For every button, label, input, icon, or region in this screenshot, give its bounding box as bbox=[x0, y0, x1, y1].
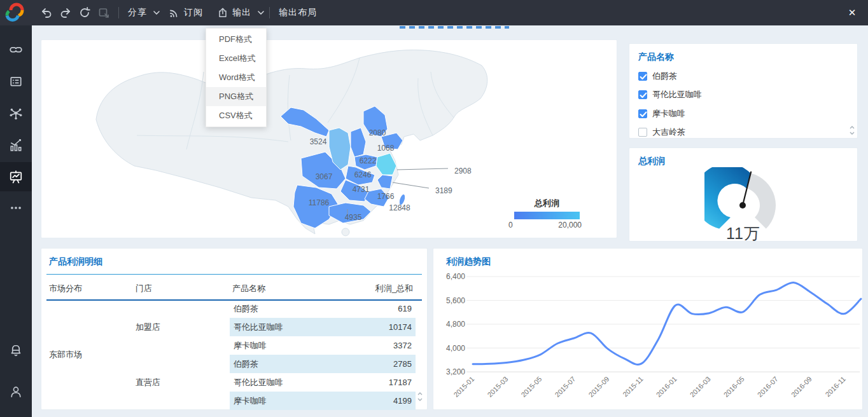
x-axis-tick-label: 2015-07 bbox=[554, 375, 577, 399]
region-value-label: 11786 bbox=[309, 198, 330, 207]
legend-max: 20,000 bbox=[558, 221, 582, 229]
y-axis-tick-label: 4,000 bbox=[446, 344, 465, 353]
cell-product: 伯爵茶 bbox=[234, 303, 258, 315]
x-axis-tick-label: 2016-09 bbox=[790, 375, 813, 399]
checkbox-unchecked-icon[interactable] bbox=[638, 128, 647, 137]
title-divider bbox=[46, 274, 422, 275]
output-layout-button[interactable]: 输出布局 bbox=[275, 0, 321, 25]
subscribe-button[interactable]: 订阅 bbox=[169, 0, 207, 25]
app-logo-icon bbox=[4, 2, 25, 24]
rss-icon bbox=[169, 7, 180, 18]
table-header-row: 市场分布 门店 产品名称 利润_总和 bbox=[41, 277, 427, 299]
sidebar-item-notifications[interactable] bbox=[0, 336, 32, 365]
filter-option-label: 大吉岭茶 bbox=[652, 126, 685, 138]
region-value-label: 4731 bbox=[353, 185, 370, 194]
export-menu-item[interactable]: Excel格式 bbox=[206, 49, 266, 68]
table-body: 东部市场 加盟店直营店伯爵茶619哥伦比亚咖啡10174摩卡咖啡3372伯爵茶2… bbox=[41, 299, 427, 409]
region-value-label: 3524 bbox=[310, 137, 327, 146]
legend-min: 0 bbox=[508, 221, 513, 229]
x-axis-tick-label: 2016-07 bbox=[756, 375, 780, 399]
user-icon bbox=[9, 385, 23, 399]
y-axis-tick-label: 5,600 bbox=[446, 296, 465, 305]
export-dropdown-menu: PDF格式Excel格式Word格式PNG格式CSV格式 bbox=[206, 28, 267, 127]
map-panel: 3524208010686222624630674731176611786493… bbox=[41, 39, 617, 238]
sidebar-item-etl[interactable] bbox=[0, 99, 32, 128]
y-axis-tick-label: 6,400 bbox=[446, 272, 465, 281]
sidebar-item-account[interactable] bbox=[0, 377, 32, 406]
export-button[interactable]: 输出 bbox=[217, 0, 264, 25]
col-header-store: 门店 bbox=[136, 283, 152, 294]
sidebar-item-datasource[interactable] bbox=[0, 35, 32, 64]
sidebar-item-analysis[interactable] bbox=[0, 130, 32, 160]
filter-option[interactable]: 大吉岭茶 bbox=[638, 123, 838, 142]
refresh-button[interactable] bbox=[75, 0, 94, 25]
col-header-profit: 利润_总和 bbox=[375, 283, 413, 294]
table-row[interactable]: 伯爵茶619 bbox=[230, 299, 416, 318]
top-toolbar: 分享 订阅 输出 输出布局 ✕ bbox=[0, 0, 868, 25]
callout-value-label: 3189 bbox=[435, 186, 452, 195]
chart-check-icon bbox=[9, 138, 23, 152]
scroll-indicator-icon[interactable] bbox=[417, 392, 423, 402]
dashboard-stage: 分享 订阅 输出 输出布局 ✕ PDF格式Excel格式Word格式PNG格式C… bbox=[0, 0, 868, 417]
filter-list: 伯爵茶哥伦比亚咖啡摩卡咖啡大吉岭茶 bbox=[638, 67, 838, 142]
y-axis-tick-label: 3,200 bbox=[446, 367, 465, 376]
store-group-cell: 直营店 bbox=[136, 355, 212, 410]
col-header-market: 市场分布 bbox=[49, 283, 82, 294]
cell-profit: 4199 bbox=[393, 396, 412, 406]
close-button[interactable]: ✕ bbox=[843, 0, 862, 25]
cell-profit: 619 bbox=[398, 304, 412, 313]
table-row[interactable]: 哥伦比亚咖啡10174 bbox=[230, 318, 416, 336]
sidebar-item-dataset[interactable] bbox=[0, 67, 32, 96]
gauge-value: 11万 bbox=[629, 223, 857, 244]
cell-profit: 2785 bbox=[393, 359, 412, 369]
close-icon: ✕ bbox=[848, 7, 857, 18]
link-icon bbox=[9, 43, 23, 57]
region-value-label: 6246 bbox=[354, 170, 372, 179]
filter-option[interactable]: 伯爵茶 bbox=[638, 67, 838, 86]
clipped-page-title bbox=[400, 26, 509, 29]
gauge-track-arc bbox=[747, 174, 776, 229]
refresh-icon bbox=[78, 6, 91, 19]
table-row[interactable]: 摩卡咖啡4199 bbox=[230, 392, 416, 410]
redo-icon bbox=[59, 6, 72, 19]
export-menu-item[interactable]: CSV格式 bbox=[206, 106, 266, 125]
china-outline bbox=[96, 50, 487, 234]
profit-series-line bbox=[473, 282, 861, 364]
scroll-indicator-icon[interactable] bbox=[849, 125, 855, 135]
toolbar-divider bbox=[118, 7, 119, 18]
cell-product: 哥伦比亚咖啡 bbox=[234, 377, 283, 388]
export-menu-item[interactable]: Word格式 bbox=[206, 68, 266, 87]
undo-button[interactable] bbox=[37, 0, 56, 25]
hainan-region bbox=[342, 228, 349, 236]
x-axis-tick-label: 2015-03 bbox=[486, 375, 509, 399]
cell-product: 伯爵茶 bbox=[234, 359, 258, 370]
sidebar-item-more[interactable] bbox=[0, 193, 32, 222]
filter-option[interactable]: 摩卡咖啡 bbox=[638, 104, 838, 123]
table-row[interactable]: 哥伦比亚咖啡17187 bbox=[230, 373, 416, 392]
callout-value-label: 2908 bbox=[454, 167, 472, 175]
x-axis-tick-label: 2016-05 bbox=[722, 375, 746, 399]
gauge-fill-arc bbox=[704, 167, 751, 229]
ellipsis-icon bbox=[9, 201, 23, 215]
export-menu-item[interactable]: PDF格式 bbox=[206, 30, 266, 49]
checkbox-checked-icon[interactable] bbox=[638, 109, 647, 118]
x-axis-tick-label: 2015-09 bbox=[587, 375, 611, 399]
x-axis-tick-label: 2015-01 bbox=[452, 375, 475, 399]
region-value-label: 6222 bbox=[360, 156, 377, 165]
table-row[interactable]: 伯爵茶2785 bbox=[230, 355, 416, 373]
undo-icon bbox=[40, 6, 53, 19]
left-sidebar bbox=[0, 25, 32, 417]
share-button[interactable]: 分享 bbox=[124, 0, 160, 25]
filter-option[interactable]: 哥伦比亚咖啡 bbox=[638, 86, 838, 105]
checkbox-checked-icon[interactable] bbox=[638, 72, 647, 81]
sidebar-item-dashboard-active[interactable] bbox=[0, 162, 32, 191]
checkbox-checked-icon[interactable] bbox=[638, 90, 647, 99]
redo-button[interactable] bbox=[56, 0, 75, 25]
export-menu-item[interactable]: PNG格式 bbox=[206, 87, 266, 106]
subscribe-label: 订阅 bbox=[180, 7, 207, 18]
export-report-button-disabled[interactable] bbox=[94, 0, 113, 25]
x-axis-tick-label: 2015-11 bbox=[621, 375, 644, 398]
form-icon bbox=[9, 74, 23, 88]
table-row[interactable]: 摩卡咖啡3372 bbox=[230, 336, 416, 355]
map-callouts: 29083189 bbox=[393, 167, 472, 195]
